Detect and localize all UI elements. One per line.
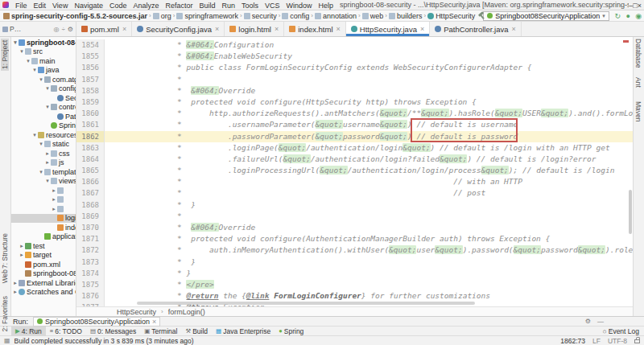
tree-item[interactable]: ▾static: [11, 140, 76, 150]
code-line[interactable]: 1862* .passwordParameter(&quot;password&…: [76, 131, 633, 142]
menu-help[interactable]: Help: [316, 2, 337, 10]
menu-view[interactable]: View: [49, 2, 71, 10]
breadcrumb-item[interactable]: config: [282, 12, 309, 20]
tree-item[interactable]: ▸css: [11, 149, 76, 158]
code-line[interactable]: 1859* protected void configure(HttpSecur…: [76, 97, 633, 108]
tree-item[interactable]: ▾main: [11, 56, 76, 66]
tree-item[interactable]: ▸External Libraries: [11, 278, 76, 288]
locate-file-icon[interactable]: ◎: [53, 26, 59, 33]
code-editor[interactable]: 1854* &#064;Configuration1855* &#064;Ena…: [76, 37, 633, 316]
tool-window-button-spring[interactable]: ●Spring: [275, 327, 308, 336]
run-configuration-select[interactable]: Springboot08SecurityApplication ▾: [483, 11, 609, 21]
tree-toggle-icon[interactable]: ▾: [12, 39, 19, 46]
tree-item[interactable]: index.html: [11, 223, 76, 232]
tree-toggle-icon[interactable]: ▾: [19, 48, 25, 55]
close-icon[interactable]: ×: [122, 25, 126, 33]
menu-code[interactable]: Code: [106, 2, 130, 10]
tab-index-html[interactable]: index.html×: [284, 22, 346, 36]
code-line[interactable]: 1876* @return the {@link FormLoginConfig…: [76, 290, 633, 302]
tool-window-button-database[interactable]: Database: [634, 39, 642, 68]
tree-toggle-icon[interactable]: ▸: [51, 206, 57, 212]
menu-navigate[interactable]: Navigate: [71, 2, 106, 10]
tab-httpsecurity-java[interactable]: HttpSecurity.java×: [346, 22, 430, 36]
tool-window-button-terminal[interactable]: ▣Terminal: [140, 327, 181, 336]
tree-item[interactable]: ▾templates: [11, 167, 76, 177]
tool-window-button-web[interactable]: Web: [1, 269, 9, 283]
file-encoding[interactable]: UTF-8: [608, 337, 627, 345]
project-tree[interactable]: ▾springboot-08-sec▾src▾main▾java▾com.atg…: [11, 37, 76, 316]
tab-pom-xml[interactable]: pom.xml×: [76, 22, 132, 36]
code-line[interactable]: 1858* &#064;Override: [76, 85, 633, 97]
breadcrumb-item[interactable]: web: [362, 12, 384, 20]
tree-item[interactable]: ▸Scratches and Consoles: [11, 288, 76, 298]
hide-icon[interactable]: —: [597, 318, 604, 325]
tree-item[interactable]: ▸target: [11, 251, 76, 261]
tool-window-button-2-favorites[interactable]: 2: Favorites: [1, 296, 9, 331]
tree-toggle-icon[interactable]: ▾: [31, 132, 38, 138]
code-line[interactable]: 1855* &#064;EnableWebSecurity: [76, 51, 633, 62]
breadcrumb-item[interactable]: org: [153, 12, 171, 20]
tree-item[interactable]: login.html: [11, 214, 76, 224]
code-line[interactable]: 1857*: [76, 74, 633, 85]
menu-analyze[interactable]: Analyze: [130, 2, 162, 10]
close-icon[interactable]: ×: [152, 318, 156, 326]
code-line[interactable]: 1875* </pre>: [76, 279, 633, 290]
tree-toggle-icon[interactable]: ▸: [51, 187, 57, 194]
tool-window-button-1-project[interactable]: 1: Project: [1, 39, 9, 71]
tree-item[interactable]: ▾src: [11, 47, 76, 57]
code-line[interactable]: 1854* &#064;Configuration: [76, 39, 633, 51]
code-line[interactable]: 1872* auth.inMemoryAuthentication().with…: [76, 244, 633, 256]
event-log-button[interactable]: ○Event Log: [603, 327, 644, 335]
tree-toggle-icon[interactable]: ▾: [44, 85, 51, 92]
tree-item[interactable]: springboot-08-se: [11, 269, 76, 279]
code-line[interactable]: 1873* }: [76, 257, 633, 268]
rerun-icon[interactable]: ↻: [613, 11, 623, 21]
debug-icon[interactable]: ●: [623, 11, 634, 21]
tree-item[interactable]: ▾com.atguigu: [11, 75, 76, 84]
code-line[interactable]: 1863* .loginPage(&quot;/authentication/l…: [76, 142, 633, 154]
close-icon[interactable]: ×: [420, 25, 424, 33]
tree-item[interactable]: ▾controller: [11, 103, 76, 113]
run-panel-tab[interactable]: Springboot08SecurityApplication ×: [33, 317, 160, 327]
menu-tools[interactable]: Tools: [238, 2, 262, 10]
lock-icon[interactable]: [634, 339, 640, 343]
line-separator[interactable]: LF: [592, 337, 601, 345]
tree-item[interactable]: ▸js: [11, 158, 76, 168]
code-line[interactable]: 1867* // post: [76, 187, 633, 199]
tree-toggle-icon[interactable]: ▾: [44, 178, 51, 184]
menu-refactor[interactable]: Refactor: [162, 2, 196, 10]
tree-toggle-icon[interactable]: ▸: [44, 150, 51, 157]
project-panel-title[interactable]: Project: [10, 25, 22, 33]
tree-toggle-icon[interactable]: ▾: [25, 58, 31, 64]
breadcrumb-method[interactable]: formLogin(): [168, 308, 205, 316]
breadcrumb-item[interactable]: spring-security-config-5.5.2-sources.jar: [3, 12, 147, 20]
tree-toggle-icon[interactable]: ▸: [12, 280, 19, 286]
tree-item[interactable]: ▾java: [11, 66, 76, 76]
tree-toggle-icon[interactable]: ▾: [38, 141, 44, 147]
code-line[interactable]: 1860* http.authorizeRequests().antMatche…: [76, 108, 633, 119]
tree-toggle-icon[interactable]: ▸: [19, 252, 25, 258]
tab-pathcontroller-java[interactable]: PathController.java×: [430, 22, 522, 36]
code-line[interactable]: 1871* protected void configure(Authentic…: [76, 233, 633, 244]
tool-window-button-build[interactable]: ⚒Build: [181, 327, 212, 336]
tree-item[interactable]: SecurityConfig: [11, 93, 76, 103]
vertical-scrollbar[interactable]: [629, 190, 632, 234]
code-line[interactable]: 1869*: [76, 211, 633, 222]
breadcrumb-item[interactable]: builders: [389, 12, 423, 20]
tree-item[interactable]: PathController: [11, 112, 76, 121]
tool-window-button-run[interactable]: ▶4: Run: [11, 327, 46, 336]
tree-item[interactable]: Springboot08SecurityApplication: [11, 121, 76, 131]
code-line[interactable]: 1864* .failureUrl(&quot;/authentication/…: [76, 154, 633, 165]
code-line[interactable]: 1865* .loginProcessingUrl(&quot;/authent…: [76, 165, 633, 176]
tree-toggle-icon[interactable]: ▸: [12, 289, 19, 295]
tree-item[interactable]: ▾config: [11, 84, 76, 94]
close-icon[interactable]: ×: [215, 25, 219, 33]
close-button[interactable]: ×: [638, 2, 642, 10]
tool-window-button-maven[interactable]: Maven: [634, 101, 642, 122]
tool-window-button-todo[interactable]: ≡6: TODO: [46, 327, 86, 336]
collapse-all-icon[interactable]: ÷: [61, 26, 64, 33]
tab-securityconfig-java[interactable]: SecurityConfig.java×: [132, 22, 225, 36]
close-icon[interactable]: ×: [511, 25, 515, 33]
tree-toggle-icon[interactable]: ▾: [38, 169, 44, 175]
tree-item[interactable]: ▾resources: [11, 130, 76, 140]
